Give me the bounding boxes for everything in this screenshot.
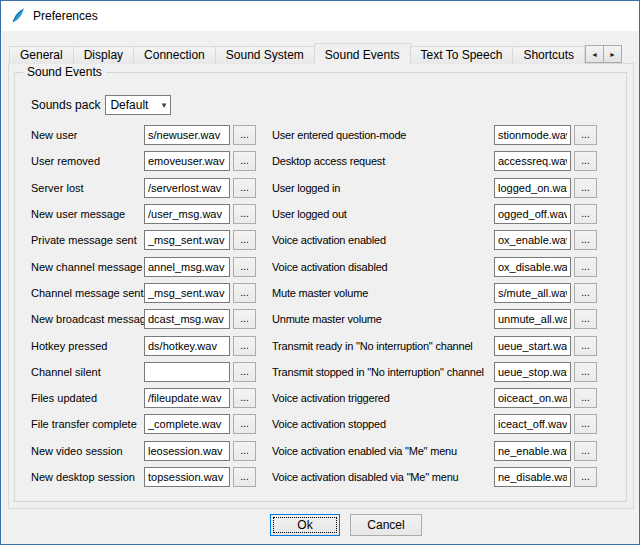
tab-display[interactable]: Display bbox=[73, 46, 134, 64]
browse-button[interactable]: ... bbox=[574, 125, 597, 145]
browse-button[interactable]: ... bbox=[233, 230, 256, 250]
browse-button[interactable]: ... bbox=[574, 178, 597, 198]
browse-button[interactable]: ... bbox=[233, 309, 256, 329]
browse-button[interactable]: ... bbox=[574, 362, 597, 382]
sound-file-input[interactable] bbox=[144, 388, 230, 408]
sound-file-input[interactable] bbox=[144, 441, 230, 461]
sound-file-input[interactable] bbox=[494, 362, 571, 382]
sound-event-row: File transfer complete ... bbox=[31, 411, 259, 437]
browse-button[interactable]: ... bbox=[233, 414, 256, 434]
sound-event-row: New channel message ... bbox=[31, 253, 259, 279]
sound-event-row: User logged in ... bbox=[272, 175, 600, 201]
browse-button[interactable]: ... bbox=[233, 283, 256, 303]
sound-event-label: New broadcast message bbox=[31, 313, 144, 325]
browse-button[interactable]: ... bbox=[574, 309, 597, 329]
sound-event-row: Transmit ready in "No interruption" chan… bbox=[272, 332, 600, 358]
browse-button[interactable]: ... bbox=[233, 125, 256, 145]
preferences-window: Preferences GeneralDisplayConnectionSoun… bbox=[0, 0, 640, 545]
sound-file-input[interactable] bbox=[494, 283, 571, 303]
sound-file-input[interactable] bbox=[144, 467, 230, 487]
app-icon bbox=[10, 8, 26, 24]
sounds-pack-row: Sounds pack Default ▾ bbox=[31, 95, 171, 115]
sound-file-input[interactable] bbox=[494, 336, 571, 356]
sound-event-row: Desktop access request ... bbox=[272, 148, 600, 174]
sound-file-input[interactable] bbox=[144, 178, 230, 198]
browse-button[interactable]: ... bbox=[233, 204, 256, 224]
sound-file-input[interactable] bbox=[144, 336, 230, 356]
sound-event-label: Hotkey pressed bbox=[31, 340, 144, 352]
browse-button[interactable]: ... bbox=[233, 257, 256, 277]
sound-events-column-left: New user ... User removed ... Server los… bbox=[31, 122, 259, 490]
sound-file-input[interactable] bbox=[494, 178, 571, 198]
sounds-pack-select[interactable]: Default ▾ bbox=[105, 95, 171, 115]
sound-event-label: Private message sent bbox=[31, 234, 144, 246]
browse-button[interactable]: ... bbox=[574, 230, 597, 250]
browse-button[interactable]: ... bbox=[574, 151, 597, 171]
tab-scroll-right-button[interactable]: ► bbox=[603, 45, 622, 63]
browse-button[interactable]: ... bbox=[574, 414, 597, 434]
sound-file-input[interactable] bbox=[144, 414, 230, 434]
sound-file-input[interactable] bbox=[494, 467, 571, 487]
sound-file-input[interactable] bbox=[494, 230, 571, 250]
tab-text-to-speech[interactable]: Text To Speech bbox=[410, 46, 514, 64]
left-arrow-icon: ◄ bbox=[591, 51, 598, 58]
sound-event-row: New broadcast message ... bbox=[31, 306, 259, 332]
sound-event-row: Voice activation disabled via "Me" menu … bbox=[272, 464, 600, 490]
sound-file-input[interactable] bbox=[144, 309, 230, 329]
sound-file-input[interactable] bbox=[144, 125, 230, 145]
browse-button[interactable]: ... bbox=[574, 204, 597, 224]
browse-button[interactable]: ... bbox=[233, 362, 256, 382]
sound-file-input[interactable] bbox=[144, 257, 230, 277]
sound-event-row: New user ... bbox=[31, 122, 259, 148]
browse-button[interactable]: ... bbox=[233, 336, 256, 356]
sound-file-input[interactable] bbox=[494, 309, 571, 329]
sound-event-label: User logged in bbox=[272, 182, 494, 194]
browse-button[interactable]: ... bbox=[233, 151, 256, 171]
browse-button[interactable]: ... bbox=[574, 257, 597, 277]
sound-event-label: New desktop session bbox=[31, 471, 144, 483]
sound-event-label: Transmit ready in "No interruption" chan… bbox=[272, 340, 494, 352]
sound-event-row: User logged out ... bbox=[272, 201, 600, 227]
sound-file-input[interactable] bbox=[144, 230, 230, 250]
sound-event-label: User logged out bbox=[272, 208, 494, 220]
browse-button[interactable]: ... bbox=[233, 467, 256, 487]
sound-event-row: Voice activation triggered ... bbox=[272, 385, 600, 411]
sound-file-input[interactable] bbox=[494, 441, 571, 461]
tab-connection[interactable]: Connection bbox=[133, 46, 216, 64]
sound-event-label: New user message bbox=[31, 208, 144, 220]
sound-event-row: Files updated ... bbox=[31, 385, 259, 411]
ok-button[interactable]: Ok bbox=[270, 514, 340, 536]
browse-button[interactable]: ... bbox=[233, 441, 256, 461]
browse-button[interactable]: ... bbox=[233, 388, 256, 408]
browse-button[interactable]: ... bbox=[574, 441, 597, 461]
sound-event-label: Transmit stopped in "No interruption" ch… bbox=[272, 366, 494, 378]
sound-event-label: Voice activation disabled bbox=[272, 261, 494, 273]
browse-button[interactable]: ... bbox=[574, 388, 597, 408]
tab-shortcuts[interactable]: Shortcuts bbox=[512, 46, 585, 64]
sound-file-input[interactable] bbox=[494, 257, 571, 277]
sound-file-input[interactable] bbox=[144, 204, 230, 224]
titlebar: Preferences bbox=[1, 1, 639, 31]
browse-button[interactable]: ... bbox=[574, 283, 597, 303]
sound-events-groupbox: Sound Events Sounds pack Default ▾ New u… bbox=[14, 72, 627, 502]
sound-file-input[interactable] bbox=[144, 362, 230, 382]
sound-file-input[interactable] bbox=[494, 125, 571, 145]
sound-file-input[interactable] bbox=[144, 151, 230, 171]
tab-scroll-left-button[interactable]: ◄ bbox=[585, 45, 604, 63]
sound-file-input[interactable] bbox=[494, 414, 571, 434]
sound-file-input[interactable] bbox=[494, 204, 571, 224]
cancel-button[interactable]: Cancel bbox=[350, 514, 422, 536]
tab-sound-system[interactable]: Sound System bbox=[215, 46, 315, 64]
right-arrow-icon: ► bbox=[609, 51, 616, 58]
tab-general[interactable]: General bbox=[9, 46, 74, 64]
sound-file-input[interactable] bbox=[494, 388, 571, 408]
sound-event-row: Transmit stopped in "No interruption" ch… bbox=[272, 359, 600, 385]
browse-button[interactable]: ... bbox=[574, 336, 597, 356]
browse-button[interactable]: ... bbox=[233, 178, 256, 198]
browse-button[interactable]: ... bbox=[574, 467, 597, 487]
groupbox-title: Sound Events bbox=[23, 65, 106, 79]
tab-sound-events[interactable]: Sound Events bbox=[314, 43, 411, 64]
sound-event-row: New user message ... bbox=[31, 201, 259, 227]
sound-file-input[interactable] bbox=[144, 283, 230, 303]
sound-file-input[interactable] bbox=[494, 151, 571, 171]
